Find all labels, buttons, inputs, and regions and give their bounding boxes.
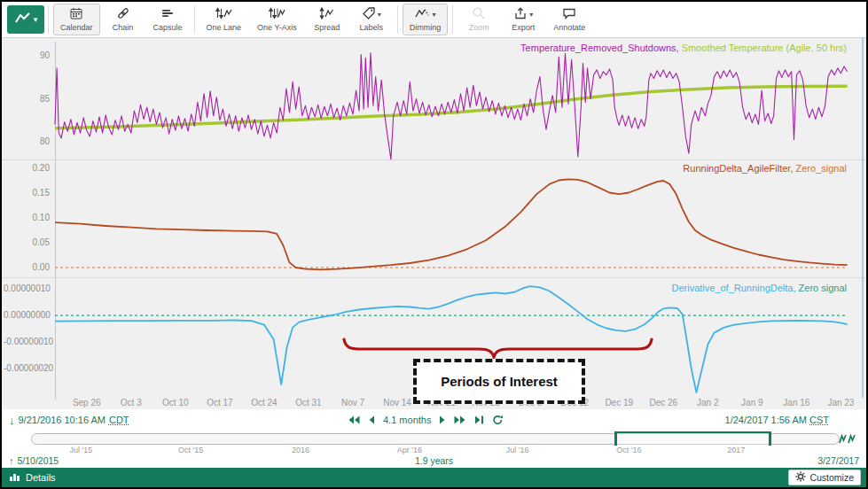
pan-far-left-button[interactable] [348, 415, 360, 424]
pan-far-right-button[interactable] [454, 415, 466, 424]
toolbar-divider [48, 5, 49, 34]
timeline-row [2, 431, 866, 446]
toolbar-button-labels[interactable]: ▾Labels [350, 4, 393, 35]
timeline-date-label: 2016 [281, 446, 320, 454]
details-button[interactable]: Details [9, 471, 56, 484]
toolbar-button-dimming[interactable]: ▾Dimming [403, 4, 449, 35]
toolbar-button-label: Zoom [469, 23, 489, 32]
toolbar-button-label: Labels [359, 23, 383, 32]
x-axis-tick-label: Oct 10 [152, 398, 199, 408]
one-lane-icon [215, 6, 232, 24]
toolbar-button-export[interactable]: ▾Export [502, 4, 544, 35]
timeline-date-label: Oct '15 [171, 446, 210, 454]
timeline-date-label: Jul '16 [498, 446, 537, 454]
y-axis-tick-label: 0.20 [4, 163, 50, 173]
toolbar-button-chain[interactable]: Chain [102, 4, 145, 35]
display-range-row: ↓ 9/21/2016 10:16 AM CDT 4.1 months 1/24… [2, 409, 866, 431]
lane-legend: Temperature_Removed_Shutdowns, Smoothed … [520, 43, 847, 53]
lane-legend: Derivative_of_RunningDelta, Zero signal [671, 283, 847, 293]
range-start-datetime[interactable]: 9/21/2016 10:16 AM [19, 415, 106, 425]
x-axis-tick-label: Jan 23 [817, 398, 864, 408]
toolbar: ▾ CalendarChainCapsuleOne LaneOne Y-Axis… [2, 2, 866, 38]
toolbar-button-calendar[interactable]: Calendar [53, 4, 100, 35]
full-range-duration: 1.9 years [2, 455, 866, 466]
toolbar-button-spread[interactable]: Spread [306, 4, 348, 35]
y-axis-tick-label: 85 [4, 94, 50, 104]
toolbar-button-one-lane[interactable]: One Lane [199, 4, 249, 35]
annotation-label: Periods of Interest [441, 374, 558, 389]
timeline-date-label: Jul '15 [61, 446, 100, 454]
trend-chart-area: 9085800.200.150.100.050.000.000000100.00… [2, 38, 866, 409]
y-axis-tick-label: -0.00000020 [4, 363, 50, 373]
x-axis-tick-label: Oct 31 [285, 398, 332, 408]
customize-label: Customize [809, 472, 854, 483]
timeline-date-label: 2017 [716, 446, 755, 454]
toolbar-group: One LaneOne Y-AxisSpread▾Labels [199, 3, 394, 36]
legend-item[interactable]: Derivative_of_RunningDelta, [671, 283, 798, 293]
chevron-down-icon: ▾ [34, 15, 38, 24]
trend-workbench-window: ▾ CalendarChainCapsuleOne LaneOne Y-Axis… [0, 0, 868, 489]
range-duration[interactable]: 4.1 months [383, 415, 431, 425]
toolbar-divider [452, 5, 453, 34]
chevron-down-icon: ▾ [378, 11, 381, 19]
toolbar-button-label: Capsule [153, 23, 183, 32]
toolbar-button-one-y-axis[interactable]: One Y-Axis [250, 4, 304, 35]
toolbar-button-label: One Lane [207, 23, 242, 32]
full-range-end-date[interactable]: 3/27/2017 [817, 455, 859, 466]
timeline-date-label: Oct '16 [609, 446, 648, 454]
details-chart-icon [9, 471, 21, 484]
trend-chart-icon [14, 12, 32, 28]
toolbar-button-label: Annotate [553, 23, 585, 32]
y-axis-tick-label: 0.00000010 [4, 283, 50, 293]
go-to-now-button[interactable] [474, 415, 484, 424]
x-axis-tick-label: Oct 24 [240, 398, 288, 408]
lane-scrollbar[interactable] [862, 38, 864, 398]
chevron-down-icon: ▾ [529, 11, 533, 19]
y-axis-tick-label: 0.05 [4, 237, 50, 247]
legend-item[interactable]: Temperature_Removed_Shutdowns, [520, 43, 682, 53]
dimming-icon [414, 6, 430, 24]
range-end-datetime[interactable]: 1/24/2017 1:56 AM [725, 415, 807, 425]
y-axis-tick-label: -0.00000010 [4, 337, 50, 346]
toolbar-button-annotate[interactable]: Annotate [546, 4, 592, 35]
legend-item[interactable]: Zero_signal [796, 163, 847, 174]
x-axis-tick-label: Oct 17 [196, 398, 244, 408]
periods-of-interest-annotation[interactable]: Periods of Interest [413, 359, 585, 404]
one-y-axis-icon [269, 6, 285, 24]
customize-button[interactable]: Customize [788, 470, 861, 485]
toolbar-button-capsule[interactable]: Capsule [146, 4, 190, 35]
lane-separator [2, 159, 866, 160]
toolbar-button-label: Spread [314, 23, 340, 32]
range-navigation: 4.1 months [348, 415, 504, 425]
y-axis-tick-label: 0.00 [4, 262, 50, 272]
labels-icon [362, 6, 376, 24]
y-axis-line [55, 42, 56, 400]
x-axis-tick-label: Dec 19 [595, 398, 643, 408]
lane-separator [2, 277, 866, 278]
toolbar-group: Zoom▾ExportAnnotate [457, 3, 593, 36]
capsule-icon [160, 6, 175, 24]
pan-left-button[interactable] [368, 415, 375, 424]
range-end-timezone-link[interactable]: CST [809, 415, 829, 425]
auto-update-button[interactable] [492, 415, 504, 425]
timeline-track[interactable] [31, 433, 840, 445]
legend-item[interactable]: Smoothed Temperature (Agile, 50 hrs) [682, 43, 847, 53]
gear-icon [795, 471, 806, 484]
trend-view-button[interactable]: ▾ [7, 5, 44, 34]
toolbar-button-zoom: Zoom [457, 4, 500, 35]
annotate-icon [562, 6, 576, 24]
toolbar-divider [397, 5, 398, 34]
legend-item[interactable]: RunningDelta_AgileFilter, [683, 163, 795, 174]
timeline-labels: Jul '15Oct '152016Apr '16Jul '16Oct '162… [2, 446, 866, 455]
y-axis-tick-label: 0.10 [4, 213, 50, 222]
chain-icon [116, 6, 130, 24]
details-label: Details [26, 472, 56, 483]
x-axis-tick-label: Jan 9 [728, 398, 776, 408]
calendar-icon [69, 6, 83, 24]
lane-legend: RunningDelta_AgileFilter, Zero_signal [683, 163, 847, 174]
pan-right-button[interactable] [439, 415, 446, 424]
range-start-timezone-link[interactable]: CDT [109, 415, 129, 425]
toolbar-button-label: Calendar [60, 23, 93, 32]
legend-item[interactable]: Zero signal [799, 283, 847, 293]
x-axis-tick-label: Nov 7 [329, 398, 377, 408]
